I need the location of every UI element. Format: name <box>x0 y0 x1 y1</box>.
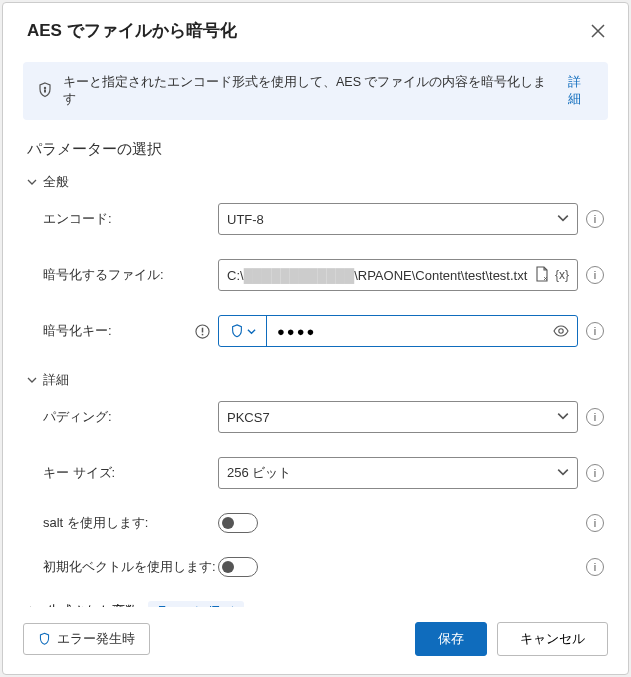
banner-details-link[interactable]: 詳細 <box>568 74 594 108</box>
file-input[interactable]: C:\████████████\RPAONE\Content\test\test… <box>218 259 578 291</box>
on-error-button[interactable]: エラー発生時 <box>23 623 150 655</box>
svg-point-0 <box>44 86 46 88</box>
key-info-icon[interactable]: i <box>586 322 604 340</box>
keysize-select[interactable]: 256 ビット <box>218 457 578 489</box>
warning-icon <box>195 324 210 339</box>
use-iv-toggle[interactable] <box>218 557 258 577</box>
footer-actions: 保存 キャンセル <box>415 622 608 656</box>
row-keysize: キー サイズ: 256 ビット i <box>43 457 604 489</box>
chevron-down-icon <box>27 375 37 385</box>
use-salt-info-icon[interactable]: i <box>586 514 604 532</box>
encoding-value: UTF-8 <box>227 212 264 227</box>
key-secure-input[interactable]: ●●●● <box>218 315 578 347</box>
use-iv-label: 初期化ベクトルを使用します: <box>43 558 218 576</box>
keysize-value: 256 ビット <box>227 464 291 482</box>
file-path-value: C:\████████████\RPAONE\Content\test\test… <box>227 268 527 283</box>
reveal-password-icon[interactable] <box>545 316 577 346</box>
encoding-info-icon[interactable]: i <box>586 210 604 228</box>
parameters-heading: パラメーターの選択 <box>27 140 604 159</box>
dialog-header: AES でファイルから暗号化 <box>3 3 628 50</box>
svg-rect-3 <box>202 327 204 332</box>
content-area: パラメーターの選択 全般 エンコード: UTF-8 i 暗号化するファイル: C… <box>3 120 628 607</box>
row-file: 暗号化するファイル: C:\████████████\RPAONE\Conten… <box>43 259 604 291</box>
padding-label: パディング: <box>43 408 218 426</box>
shield-icon <box>230 324 244 338</box>
svg-rect-1 <box>44 89 46 92</box>
save-button[interactable]: 保存 <box>415 622 487 656</box>
padding-value: PKCS7 <box>227 410 270 425</box>
row-padding: パディング: PKCS7 i <box>43 401 604 433</box>
row-use-iv: 初期化ベクトルを使用します: i <box>43 557 604 577</box>
chevron-down-icon <box>247 327 256 336</box>
encoding-select[interactable]: UTF-8 <box>218 203 578 235</box>
group-details-label: 詳細 <box>43 371 69 389</box>
shield-outline-icon <box>38 632 51 646</box>
chevron-down-icon <box>27 177 37 187</box>
encoding-label: エンコード: <box>43 210 218 228</box>
padding-info-icon[interactable]: i <box>586 408 604 426</box>
key-type-dropdown[interactable] <box>219 316 267 346</box>
info-banner: キーと指定されたエンコード形式を使用して、AES でファイルの内容を暗号化します… <box>23 62 608 120</box>
toggle-knob <box>222 517 234 529</box>
file-label: 暗号化するファイル: <box>43 266 218 284</box>
use-salt-toggle[interactable] <box>218 513 258 533</box>
row-encoding: エンコード: UTF-8 i <box>43 203 604 235</box>
fx-variable-icon[interactable]: {x} <box>555 268 569 282</box>
dialog-footer: エラー発生時 保存 キャンセル <box>3 607 628 674</box>
banner-text: キーと指定されたエンコード形式を使用して、AES でファイルの内容を暗号化します <box>63 74 554 108</box>
close-button[interactable] <box>588 21 608 41</box>
chevron-down-icon <box>557 212 569 227</box>
use-salt-label: salt を使用します: <box>43 514 218 532</box>
file-picker-icon[interactable] <box>535 266 549 285</box>
close-icon <box>591 24 605 38</box>
svg-point-5 <box>559 329 563 333</box>
row-use-salt: salt を使用します: i <box>43 513 604 533</box>
cancel-button[interactable]: キャンセル <box>497 622 608 656</box>
on-error-label: エラー発生時 <box>57 630 135 648</box>
toggle-knob <box>222 561 234 573</box>
chevron-down-icon <box>557 410 569 425</box>
keysize-info-icon[interactable]: i <box>586 464 604 482</box>
file-info-icon[interactable]: i <box>586 266 604 284</box>
dialog-title: AES でファイルから暗号化 <box>27 19 237 42</box>
group-general-label: 全般 <box>43 173 69 191</box>
chevron-down-icon <box>557 466 569 481</box>
key-value: ●●●● <box>267 316 545 346</box>
keysize-label: キー サイズ: <box>43 464 218 482</box>
padding-select[interactable]: PKCS7 <box>218 401 578 433</box>
shield-icon <box>37 82 53 101</box>
svg-rect-4 <box>202 333 204 335</box>
dialog: AES でファイルから暗号化 キーと指定されたエンコード形式を使用して、AES … <box>2 2 629 675</box>
use-iv-info-icon[interactable]: i <box>586 558 604 576</box>
key-label: 暗号化キー: <box>43 322 218 340</box>
group-details-header[interactable]: 詳細 <box>27 371 604 389</box>
row-key: 暗号化キー: ●●●● i <box>43 315 604 347</box>
group-general-header[interactable]: 全般 <box>27 173 604 191</box>
